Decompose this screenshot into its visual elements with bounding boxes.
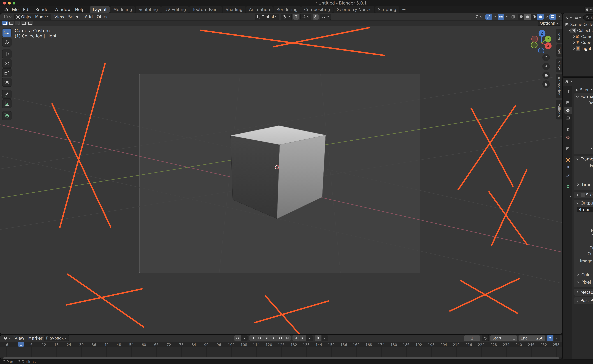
gizmo-neg-y-axis[interactable] [531, 42, 537, 48]
prev-keyframe-button[interactable] [256, 335, 263, 341]
keying-options-dropdown[interactable] [554, 335, 560, 341]
workspace-tab[interactable]: Geometry Nodes [334, 6, 374, 13]
use-preview-range-button[interactable] [482, 335, 489, 341]
toggle-perspective-button[interactable] [542, 80, 550, 88]
panel-frame-range-header[interactable]: Frame Range ···· [573, 156, 593, 162]
expand-caret-icon[interactable] [572, 35, 576, 38]
outliner-row-light[interactable]: Light [563, 46, 593, 52]
workspace-tab[interactable]: UV Editing [161, 6, 189, 13]
tab-physics[interactable] [564, 172, 572, 179]
transform-tool[interactable] [2, 78, 12, 87]
outliner-search[interactable] [583, 14, 593, 21]
playhead-line[interactable] [21, 347, 21, 357]
tab-object[interactable] [564, 157, 572, 163]
end-frame-field[interactable]: End 250 [519, 335, 546, 341]
visibility-dropdown[interactable] [474, 14, 484, 20]
play-button[interactable] [270, 335, 277, 341]
viewport-display-toggle[interactable] [549, 14, 556, 20]
blender-logo-icon[interactable] [3, 7, 8, 12]
stereoscopy-checkbox[interactable] [580, 193, 585, 197]
close-window-button[interactable] [3, 2, 6, 5]
tab-object-data[interactable] [564, 183, 572, 190]
gizmos-toggle[interactable] [485, 14, 492, 20]
expand-caret-icon[interactable] [567, 29, 571, 32]
chevron-down-icon[interactable] [506, 15, 509, 18]
panel-format-header[interactable]: Format ···· [573, 93, 593, 100]
workspace-tab[interactable]: Compositing [301, 6, 333, 13]
select-mode-extend-button[interactable] [8, 21, 14, 26]
shading-rendered-button[interactable] [537, 14, 544, 20]
timeline-tracks[interactable] [0, 347, 562, 357]
snap-toggle[interactable] [293, 14, 299, 20]
3d-scene[interactable] [0, 26, 562, 334]
app-menu-item[interactable]: Window [52, 7, 73, 12]
editor-type-button[interactable] [2, 14, 13, 20]
outliner-search-input[interactable] [590, 15, 593, 20]
outliner-viewlayer-dropdown[interactable] [574, 15, 582, 20]
maximize-window-button[interactable] [13, 2, 15, 5]
scale-tool[interactable] [2, 68, 12, 77]
frame-forward-button[interactable] [299, 335, 306, 341]
pivot-point-dropdown[interactable] [281, 14, 292, 20]
horizontal-scrollbar[interactable] [3, 357, 559, 359]
shading-material-button[interactable] [531, 14, 537, 20]
select-mode-intersect-button[interactable] [27, 21, 33, 26]
proportional-editing-toggle[interactable] [313, 14, 319, 20]
auto-keying-record-button[interactable] [234, 335, 241, 341]
playhead[interactable]: 1 [18, 342, 24, 347]
timeline-menu-item[interactable]: View [13, 336, 26, 341]
rotate-tool[interactable] [2, 59, 12, 68]
snapping-dropdown[interactable] [300, 14, 311, 20]
jump-to-end-button[interactable] [284, 335, 291, 341]
zoom-button[interactable] [542, 54, 550, 61]
app-menu-item[interactable]: File [10, 7, 21, 12]
play-reverse-button[interactable] [263, 335, 270, 341]
viewport-canvas[interactable]: Camera Custom (1) Collection | Light [0, 26, 562, 334]
navigation-gizmo[interactable]: Z Y X [529, 29, 553, 53]
outliner-row-camera[interactable]: Camera [563, 34, 593, 40]
viewport-menu-item[interactable]: View [52, 14, 66, 19]
add-cube-tool[interactable] [2, 111, 12, 120]
chevron-down-icon[interactable] [545, 15, 548, 18]
overlays-toggle[interactable] [498, 14, 504, 20]
workspace-tab[interactable]: Scripting [375, 6, 399, 13]
gizmo-neg-z-axis[interactable] [538, 48, 544, 53]
properties-editor-type-dropdown[interactable] [564, 79, 573, 84]
viewport-menu-item[interactable]: Object [95, 14, 112, 19]
timeline-editor-type-dropdown[interactable] [2, 335, 13, 341]
panel-metadata-header[interactable]: Metadata ···· [573, 289, 593, 296]
shading-solid-button[interactable] [524, 14, 531, 20]
pixel-density-subpanel[interactable]: Pixel Density [573, 279, 593, 285]
minimize-window-button[interactable] [8, 2, 11, 5]
workspace-tab[interactable]: Texture Paint [189, 6, 222, 13]
workspace-tab[interactable]: Animation [246, 6, 273, 13]
panel-stereoscopy-header[interactable]: Stereoscopy ···· [573, 192, 593, 198]
sidebar-tab[interactable]: Tool [556, 44, 562, 57]
viewport-menu-item[interactable]: Add [83, 14, 95, 19]
outliner-row-cube[interactable]: Cube [563, 39, 593, 46]
tab-viewlayer[interactable] [564, 115, 572, 122]
tab-tool[interactable] [564, 88, 572, 95]
app-menu-item[interactable]: Help [73, 7, 87, 12]
pan-button[interactable] [542, 63, 550, 70]
timeline-menu-item[interactable]: Marker [26, 336, 44, 341]
time-stretching-subpanel[interactable]: Time Stretching [573, 182, 593, 188]
viewport-menu-item[interactable]: Select [66, 14, 83, 19]
workspace-tab[interactable]: Sculpting [135, 6, 161, 13]
jump-to-start-button[interactable] [249, 335, 256, 341]
tab-output[interactable] [564, 107, 572, 114]
panel-post-processing-header[interactable]: Post Processing ···· [573, 297, 593, 304]
playback-dropdown[interactable]: Playback [44, 335, 69, 341]
output-path-field[interactable]: /tmp/ [577, 207, 593, 212]
tab-world[interactable] [564, 134, 572, 141]
timeline-ruler[interactable]: -606121824303642485460667278849096102108… [0, 342, 562, 347]
outliner-row-collection[interactable]: Collection ✓ [563, 28, 593, 34]
options-dropdown[interactable]: Options [538, 21, 560, 26]
measure-tool[interactable] [2, 99, 12, 108]
shading-wireframe-button[interactable] [518, 14, 524, 20]
move-tool[interactable] [2, 50, 12, 58]
select-mode-new-button[interactable] [2, 21, 8, 26]
chevron-down-icon[interactable] [569, 195, 572, 198]
camera-view-button[interactable] [542, 72, 550, 79]
tab-render[interactable] [564, 99, 572, 106]
